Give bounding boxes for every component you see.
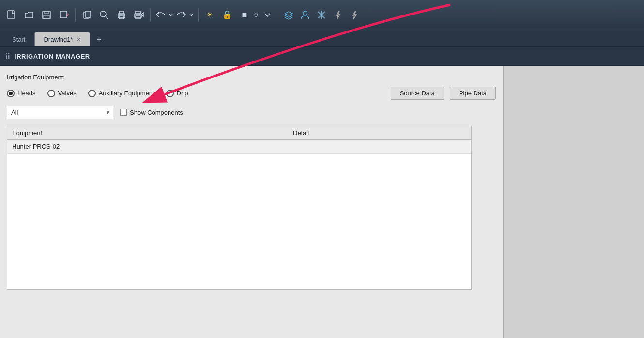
svg-point-9 [100,11,106,17]
lightning-icon[interactable] [330,7,346,23]
radio-heads[interactable]: Heads [7,90,36,97]
tabs-bar: Start Drawing1* ✕ + [0,30,644,47]
save-edit-icon[interactable] [56,7,72,23]
radio-group: Heads Valves Auxiliary Equipment Drip [7,90,188,97]
sep1 [75,8,76,22]
radio-heads-label: Heads [17,90,36,97]
radio-drip-circle[interactable] [166,90,174,97]
undo-button[interactable] [154,8,168,22]
panel-drag-icon: ⠿ [5,52,11,61]
radio-heads-circle[interactable] [7,90,15,97]
svg-rect-8 [85,11,91,17]
magnify-icon[interactable] [96,7,112,23]
filter-dropdown[interactable]: All Hunter Rain Bird Toro [7,106,113,119]
person-icon[interactable] [297,7,313,23]
open-folder-icon[interactable] [21,7,37,23]
copy-icon[interactable] [79,7,94,23]
main-area: Irrigation Equipment: Heads Valves Auxil… [0,66,644,338]
lightning2-icon[interactable] [347,7,362,23]
irrigation-panel: Irrigation Equipment: Heads Valves Auxil… [0,66,504,338]
save-icon[interactable] [39,7,54,23]
svg-rect-0 [8,11,14,19]
show-components-checkbox[interactable]: Show Components [120,109,183,116]
radio-valves[interactable]: Valves [47,90,77,97]
equipment-label: Irrigation Equipment: [7,74,496,81]
toolbar: ☀ 🔓 ■ 0 [0,0,644,30]
tab-add-icon: + [96,35,102,45]
print-icon[interactable] [114,7,129,23]
print2-icon[interactable] [131,7,147,23]
undo-nav [154,8,195,22]
square-icon: ■ [237,7,252,23]
redo-dropdown[interactable] [188,11,195,19]
svg-line-10 [106,16,108,19]
tab-close-icon[interactable]: ✕ [77,36,81,43]
source-data-button[interactable]: Source Data [391,87,444,100]
svg-line-6 [67,14,69,15]
buttons-group: Source Data Pipe Data [391,87,496,100]
radio-valves-circle[interactable] [47,90,55,97]
tab-start[interactable]: Start [3,32,34,46]
show-components-label: Show Components [130,109,183,116]
sep3 [198,8,199,22]
col-detail-header: Detail [293,129,309,137]
equipment-table: Equipment Detail Hunter PROS-02 [7,126,472,290]
tab-drawing1[interactable]: Drawing1* ✕ [34,32,90,46]
badge-count: 0 [254,11,258,18]
radio-and-buttons-row: Heads Valves Auxiliary Equipment Drip So… [7,87,496,100]
pipe-data-button[interactable]: Pipe Data [450,87,496,100]
radio-drip[interactable]: Drip [166,90,188,97]
undo-dropdown[interactable] [168,11,174,19]
checkbox-box-icon[interactable] [120,109,127,116]
redo-button[interactable] [174,8,188,22]
layers-icon[interactable] [281,7,296,23]
panel-header: ⠿ IRRIGATION MANAGER [0,47,644,66]
radio-aux-label: Auxiliary Equipment [99,90,154,97]
radio-drip-label: Drip [177,90,188,97]
radio-aux-circle[interactable] [88,90,96,97]
panel-title: IRRIGATION MANAGER [15,53,90,60]
tab-drawing1-label: Drawing1* [44,36,73,43]
new-file-icon[interactable] [4,7,19,23]
filter-dropdown-wrapper: All Hunter Rain Bird Toro ▼ [7,106,113,119]
svg-rect-4 [60,11,67,18]
sep2 [150,8,151,22]
filter-row: All Hunter Rain Bird Toro ▼ Show Compone… [7,106,496,119]
table-empty-area [7,154,471,289]
radio-valves-label: Valves [58,90,77,97]
table-row[interactable]: Hunter PROS-02 [7,140,471,154]
svg-rect-13 [119,16,124,19]
col-equipment-header: Equipment [12,129,293,137]
snow-icon[interactable] [314,7,329,23]
svg-point-17 [303,11,307,15]
svg-rect-3 [44,15,49,18]
table-header: Equipment Detail [7,126,471,140]
right-toolbar-icons [281,7,362,23]
tab-start-label: Start [12,36,25,43]
radio-aux[interactable]: Auxiliary Equipment [88,90,154,97]
tab-add-button[interactable]: + [92,33,106,46]
svg-rect-16 [136,16,140,19]
sun-icon: ☀ [202,7,217,23]
lock-icon: 🔓 [219,7,235,23]
cell-equipment: Hunter PROS-02 [12,143,293,150]
layer-badge: 0 [254,11,258,18]
layer-dropdown[interactable] [260,7,275,23]
right-sidebar [504,66,644,338]
